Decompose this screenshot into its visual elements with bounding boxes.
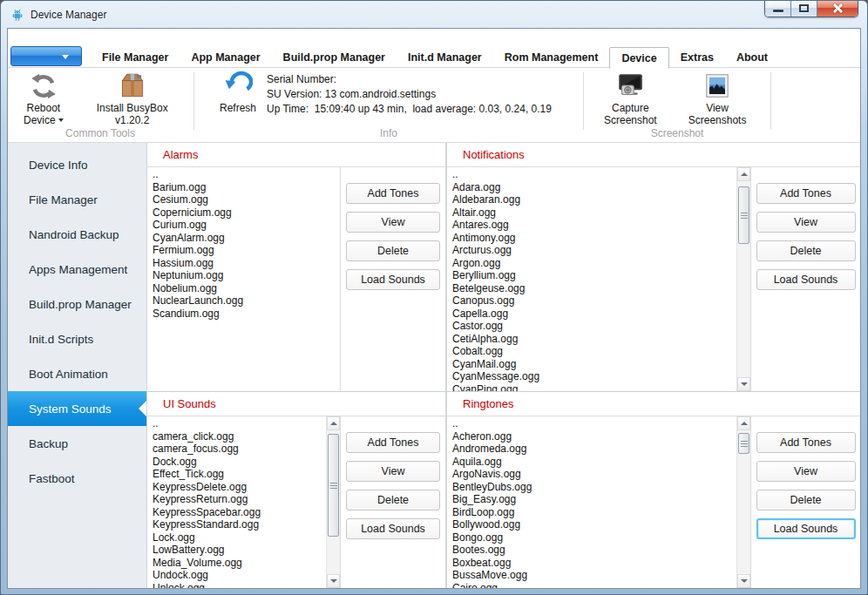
file-item[interactable]: Dock.ogg <box>153 456 326 469</box>
sidebar-item-nandroid-backup[interactable]: Nandroid Backup <box>8 217 146 252</box>
file-item[interactable]: Aquila.ogg <box>452 456 736 469</box>
file-item[interactable]: Scandium.ogg <box>153 308 340 321</box>
file-item[interactable]: Castor.ogg <box>452 320 736 333</box>
file-item[interactable]: LowBattery.ogg <box>153 544 326 557</box>
tab-extras[interactable]: Extras <box>669 47 725 69</box>
load-sounds-button[interactable]: Load Sounds <box>756 518 856 539</box>
scroll-up-icon[interactable] <box>327 416 340 430</box>
load-sounds-button[interactable]: Load Sounds <box>346 518 440 539</box>
scrollbar[interactable] <box>736 416 750 588</box>
tab-app-manager[interactable]: App Manager <box>180 47 271 69</box>
file-item[interactable]: CyanMail.ogg <box>452 358 736 371</box>
sidebar-item-system-sounds[interactable]: System Sounds <box>8 391 146 426</box>
file-item[interactable]: ArgoNavis.ogg <box>452 468 736 481</box>
file-item[interactable]: Nobelium.ogg <box>153 282 340 295</box>
file-item[interactable]: KeypressReturn.ogg <box>153 493 326 506</box>
maximize-button[interactable] <box>791 1 817 17</box>
file-item[interactable]: NuclearLaunch.ogg <box>153 294 340 308</box>
file-item[interactable]: Antares.ogg <box>452 219 736 232</box>
minimize-button[interactable] <box>765 1 791 17</box>
file-item[interactable]: CyanAlarm.ogg <box>153 232 340 245</box>
file-item[interactable]: BentleyDubs.ogg <box>452 481 736 494</box>
install-busybox-button[interactable]: Install BusyBox v1.20.2 <box>97 68 168 126</box>
file-item[interactable]: CyanPing.ogg <box>452 383 736 392</box>
file-item[interactable]: Andromeda.ogg <box>452 443 736 456</box>
file-item[interactable]: KeypressSpacebar.ogg <box>153 506 326 519</box>
sidebar-item-fastboot[interactable]: Fastboot <box>8 461 146 496</box>
add-tones-button[interactable]: Add Tones <box>756 183 856 204</box>
file-item[interactable]: Undock.ogg <box>153 569 326 582</box>
load-sounds-button[interactable]: Load Sounds <box>756 269 856 290</box>
sidebar-item-device-info[interactable]: Device Info <box>8 147 146 182</box>
sidebar-item-backup[interactable]: Backup <box>8 426 146 461</box>
file-item[interactable]: .. <box>153 417 326 430</box>
file-item[interactable]: Fermium.ogg <box>153 244 340 257</box>
file-item[interactable]: Bootes.ogg <box>452 544 736 557</box>
add-tones-button[interactable]: Add Tones <box>346 183 440 204</box>
file-item[interactable]: BussaMove.ogg <box>452 569 736 582</box>
delete-button[interactable]: Delete <box>346 490 440 510</box>
view-button[interactable]: View <box>346 461 440 482</box>
file-item[interactable]: Capella.ogg <box>452 308 736 321</box>
file-item[interactable]: .. <box>153 168 340 181</box>
view-button[interactable]: View <box>756 212 856 233</box>
scroll-down-icon[interactable] <box>737 574 750 588</box>
refresh-button[interactable]: Refresh <box>220 68 256 114</box>
scrollbar-thumb[interactable] <box>738 433 749 454</box>
file-item[interactable]: camera_focus.ogg <box>153 443 326 456</box>
scrollbar[interactable] <box>736 167 750 391</box>
close-button[interactable] <box>817 1 858 17</box>
file-item[interactable]: CetiAlpha.ogg <box>452 333 736 346</box>
file-item[interactable]: Boxbeat.ogg <box>452 557 736 570</box>
file-item[interactable]: .. <box>452 168 736 181</box>
file-item[interactable]: Arcturus.ogg <box>452 244 736 257</box>
view-button[interactable]: View <box>346 212 440 233</box>
file-item[interactable]: Cesium.ogg <box>153 193 340 206</box>
file-item[interactable]: Barium.ogg <box>153 181 340 194</box>
sidebar-item-build-prop-manager[interactable]: Build.prop Manager <box>8 287 146 321</box>
file-item[interactable]: Cairo.ogg <box>452 582 736 589</box>
file-item[interactable]: Adara.ogg <box>452 181 736 194</box>
tab-build-prop-manager[interactable]: Build.prop Manager <box>272 47 397 69</box>
file-item[interactable]: CyanMessage.ogg <box>452 370 736 383</box>
app-menu-button[interactable] <box>10 46 82 66</box>
file-item[interactable]: Effect_Tick.ogg <box>153 468 326 481</box>
reboot-device-button[interactable]: Reboot Device <box>24 68 64 126</box>
file-item[interactable]: camera_click.ogg <box>153 430 326 443</box>
file-item[interactable]: Acheron.ogg <box>452 430 736 443</box>
file-item[interactable]: Hassium.ogg <box>153 257 340 270</box>
view-button[interactable]: View <box>756 461 856 482</box>
capture-screenshot-button[interactable]: Capture Screenshot <box>604 68 657 126</box>
file-item[interactable]: KeypressStandard.ogg <box>153 518 326 531</box>
tab-about[interactable]: About <box>725 47 779 69</box>
file-item[interactable]: Curium.ogg <box>153 219 340 232</box>
file-item[interactable]: Lock.ogg <box>153 531 326 544</box>
delete-button[interactable]: Delete <box>756 490 856 510</box>
file-item[interactable]: BirdLoop.ogg <box>452 506 736 519</box>
add-tones-button[interactable]: Add Tones <box>756 432 856 453</box>
file-item[interactable]: Bollywood.ogg <box>452 518 736 531</box>
file-item[interactable]: Neptunium.ogg <box>153 269 340 282</box>
sidebar-item-apps-management[interactable]: Apps Management <box>8 252 146 287</box>
add-tones-button[interactable]: Add Tones <box>346 432 440 453</box>
file-item[interactable]: Bongo.ogg <box>452 531 736 544</box>
delete-button[interactable]: Delete <box>346 240 440 261</box>
tab-device[interactable]: Device <box>609 47 668 69</box>
view-screenshots-button[interactable]: View Screenshots <box>688 68 747 126</box>
sidebar-item-boot-animation[interactable]: Boot Animation <box>8 356 146 391</box>
file-item[interactable]: KeypressDelete.ogg <box>153 481 326 494</box>
scrollbar-thumb[interactable] <box>738 186 749 244</box>
file-item[interactable]: Altair.ogg <box>452 206 736 220</box>
file-item[interactable]: Copernicium.ogg <box>153 206 340 220</box>
tab-file-manager[interactable]: File Manager <box>91 47 180 69</box>
file-item[interactable]: Media_Volume.ogg <box>153 557 326 570</box>
scrollbar-thumb[interactable] <box>328 434 339 537</box>
scroll-down-icon[interactable] <box>327 574 340 588</box>
file-item[interactable]: Cobalt.ogg <box>452 345 736 358</box>
scroll-up-icon[interactable] <box>737 416 750 430</box>
file-item[interactable]: Unlock.ogg <box>153 582 326 589</box>
scrollbar[interactable] <box>326 416 340 588</box>
scroll-down-icon[interactable] <box>737 377 750 391</box>
file-item[interactable]: Beryllium.ogg <box>452 269 736 282</box>
delete-button[interactable]: Delete <box>756 240 856 261</box>
